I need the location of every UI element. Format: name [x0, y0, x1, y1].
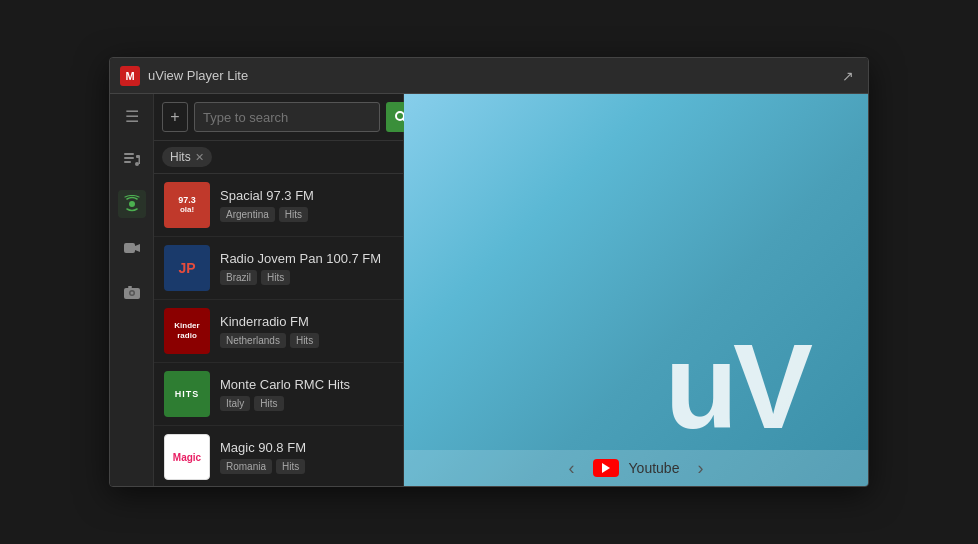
svg-rect-5 [138, 157, 140, 164]
station-name: Radio Jovem Pan 100.7 FM [220, 251, 393, 266]
filter-chip-label: Hits [170, 150, 191, 164]
tag: Netherlands [220, 333, 286, 348]
svg-rect-2 [124, 161, 131, 163]
station-logo: JP [164, 245, 210, 291]
youtube-icon [593, 459, 619, 477]
tag: Hits [290, 333, 319, 348]
sidebar-item-menu[interactable]: ☰ [118, 102, 146, 130]
station-tags: Italy Hits [220, 396, 393, 411]
title-bar: M uView Player Lite ↗ [110, 58, 868, 94]
external-link-button[interactable]: ↗ [838, 66, 858, 86]
svg-point-4 [135, 162, 139, 166]
station-info: Monte Carlo RMC Hits Italy Hits [220, 377, 393, 411]
station-name: Spacial 97.3 FM [220, 188, 393, 203]
app-logo: M [120, 66, 140, 86]
station-info: Magic 90.8 FM Romania Hits [220, 440, 393, 474]
filter-chip-hits[interactable]: Hits ✕ [162, 147, 212, 167]
sidebar-item-camera[interactable] [118, 278, 146, 306]
sidebar: ☰ [110, 94, 154, 486]
svg-rect-1 [124, 157, 134, 159]
tag: Argentina [220, 207, 275, 222]
station-list: 97.3 ola! Spacial 97.3 FM Argentina Hits [154, 174, 403, 486]
next-arrow[interactable]: › [689, 458, 711, 479]
svg-rect-7 [124, 243, 135, 253]
sidebar-item-radio[interactable] [118, 190, 146, 218]
station-item[interactable]: Kinderradio Kinderradio FM Netherlands H… [154, 300, 403, 363]
station-logo: Magic [164, 434, 210, 480]
tag: Brazil [220, 270, 257, 285]
title-bar-actions: ↗ [838, 66, 858, 86]
tag: Hits [261, 270, 290, 285]
station-tags: Argentina Hits [220, 207, 393, 222]
station-name: Kinderradio FM [220, 314, 393, 329]
svg-point-6 [129, 201, 135, 207]
station-item[interactable]: JP Radio Jovem Pan 100.7 FM Brazil Hits [154, 237, 403, 300]
app-title: uView Player Lite [148, 68, 838, 83]
svg-marker-8 [135, 244, 140, 252]
tag: Hits [276, 459, 305, 474]
station-item[interactable]: Magic Magic 90.8 FM Romania Hits [154, 426, 403, 486]
right-area: uV ‹ Youtube › [404, 94, 868, 486]
main-layout: ☰ [110, 94, 868, 486]
station-info: Radio Jovem Pan 100.7 FM Brazil Hits [220, 251, 393, 285]
station-tags: Romania Hits [220, 459, 393, 474]
tag: Hits [254, 396, 283, 411]
toolbar: + [154, 94, 403, 141]
content-panel: + Hits ✕ [154, 94, 404, 486]
sidebar-item-video[interactable] [118, 234, 146, 262]
station-info: Spacial 97.3 FM Argentina Hits [220, 188, 393, 222]
station-name: Monte Carlo RMC Hits [220, 377, 393, 392]
youtube-label: Youtube [629, 460, 680, 476]
prev-arrow[interactable]: ‹ [561, 458, 583, 479]
search-input[interactable] [194, 102, 380, 132]
svg-rect-0 [124, 153, 134, 155]
app-window: M uView Player Lite ↗ ☰ [109, 57, 869, 487]
filter-chip-close[interactable]: ✕ [195, 151, 204, 164]
station-item[interactable]: HITS Monte Carlo RMC Hits Italy Hits [154, 363, 403, 426]
station-logo: 97.3 ola! [164, 182, 210, 228]
youtube-bar: ‹ Youtube › [404, 450, 868, 486]
uv-logo: uV [665, 326, 808, 446]
station-tags: Brazil Hits [220, 270, 393, 285]
station-tags: Netherlands Hits [220, 333, 393, 348]
tag: Italy [220, 396, 250, 411]
station-logo: HITS [164, 371, 210, 417]
station-name: Magic 90.8 FM [220, 440, 393, 455]
tag: Romania [220, 459, 272, 474]
svg-rect-12 [128, 286, 132, 288]
station-logo: Kinderradio [164, 308, 210, 354]
station-item[interactable]: 97.3 ola! Spacial 97.3 FM Argentina Hits [154, 174, 403, 237]
sidebar-item-playlist[interactable] [118, 146, 146, 174]
tag: Hits [279, 207, 308, 222]
add-button[interactable]: + [162, 102, 188, 132]
svg-point-11 [130, 292, 133, 295]
filter-row: Hits ✕ [154, 141, 403, 174]
station-info: Kinderradio FM Netherlands Hits [220, 314, 393, 348]
